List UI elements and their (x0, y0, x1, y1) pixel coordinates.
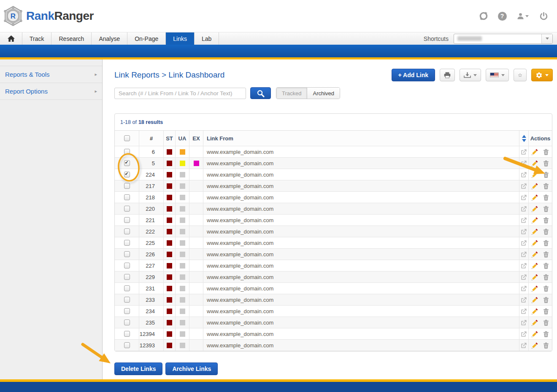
external-link-icon[interactable] (521, 343, 527, 348)
external-link-icon[interactable] (521, 206, 527, 212)
row-checkbox[interactable] (124, 263, 130, 268)
external-link-icon[interactable] (521, 161, 527, 166)
link-from-cell[interactable]: www.example_domain.com (203, 180, 519, 191)
delete-trash-icon[interactable] (543, 160, 549, 166)
row-checkbox[interactable] (124, 320, 130, 325)
help-icon[interactable]: ? (497, 11, 507, 21)
power-icon[interactable] (538, 11, 549, 21)
tab-analyse[interactable]: Analyse (92, 32, 127, 45)
external-link-icon[interactable] (521, 229, 527, 234)
row-checkbox[interactable] (124, 183, 130, 189)
row-checkbox[interactable] (124, 160, 130, 166)
external-link-icon[interactable] (521, 309, 527, 314)
row-checkbox[interactable] (124, 342, 130, 348)
row-checkbox[interactable] (124, 194, 130, 200)
row-checkbox[interactable] (124, 206, 130, 212)
edit-pencil-icon[interactable] (532, 320, 538, 326)
link-from-cell[interactable]: www.example_domain.com (203, 215, 519, 226)
external-link-icon[interactable] (521, 217, 527, 223)
row-checkbox[interactable] (124, 240, 130, 246)
link-from-cell[interactable]: www.example_domain.com (203, 237, 519, 248)
edit-pencil-icon[interactable] (532, 240, 538, 246)
user-menu-icon[interactable] (516, 11, 530, 21)
row-checkbox[interactable] (124, 274, 130, 280)
delete-trash-icon[interactable] (543, 297, 549, 303)
delete-trash-icon[interactable] (543, 342, 549, 349)
edit-pencil-icon[interactable] (532, 149, 538, 155)
external-link-icon[interactable] (521, 172, 527, 177)
shortcuts-select[interactable] (454, 34, 553, 44)
search-button[interactable] (250, 87, 271, 99)
external-link-icon[interactable] (521, 331, 527, 337)
row-checkbox[interactable] (124, 172, 130, 177)
edit-pencil-icon[interactable] (532, 342, 538, 349)
edit-pencil-icon[interactable] (532, 274, 538, 280)
external-link-icon[interactable] (521, 195, 527, 200)
external-link-icon[interactable] (521, 286, 527, 291)
settings-button[interactable] (531, 69, 553, 81)
favorite-button[interactable] (514, 69, 527, 81)
link-from-cell[interactable]: www.example_domain.com (203, 260, 519, 271)
tab-research[interactable]: Research (51, 32, 92, 45)
delete-trash-icon[interactable] (543, 263, 549, 269)
archived-filter-button[interactable]: Archived (307, 88, 340, 99)
print-button[interactable] (440, 69, 455, 81)
link-from-cell[interactable]: www.example_domain.com (203, 294, 519, 305)
external-link-icon[interactable] (521, 252, 527, 257)
tab-on-page[interactable]: On-Page (127, 32, 166, 45)
row-checkbox[interactable] (124, 285, 130, 291)
delete-trash-icon[interactable] (543, 285, 549, 292)
link-from-cell[interactable]: www.example_domain.com (203, 158, 519, 169)
delete-trash-icon[interactable] (543, 274, 549, 280)
edit-pencil-icon[interactable] (532, 228, 538, 235)
archive-links-button[interactable]: Archive Links (165, 362, 218, 375)
link-from-cell[interactable]: www.example_domain.com (203, 249, 519, 260)
row-checkbox[interactable] (124, 149, 130, 155)
link-from-cell[interactable]: www.example_domain.com (203, 146, 519, 157)
sort-down-icon[interactable] (522, 139, 526, 142)
col-header-st[interactable]: ST (164, 131, 176, 146)
col-header-ua[interactable]: UA (176, 131, 189, 146)
delete-trash-icon[interactable] (543, 183, 549, 189)
edit-pencil-icon[interactable] (532, 308, 538, 314)
delete-trash-icon[interactable] (543, 172, 549, 178)
row-checkbox[interactable] (124, 251, 130, 257)
external-link-icon[interactable] (521, 149, 527, 155)
col-header-link-from[interactable]: Link From (203, 131, 519, 146)
tab-links[interactable]: Links (166, 32, 195, 45)
tab-home[interactable] (0, 32, 22, 45)
link-from-cell[interactable]: www.example_domain.com (203, 169, 519, 180)
external-link-icon[interactable] (521, 263, 527, 268)
select-all-checkbox[interactable] (124, 135, 130, 141)
delete-trash-icon[interactable] (543, 149, 549, 155)
edit-pencil-icon[interactable] (532, 297, 538, 303)
sort-control[interactable] (522, 135, 526, 142)
link-from-cell[interactable]: www.example_domain.com (203, 340, 519, 351)
tab-track[interactable]: Track (22, 32, 51, 45)
tab-lab[interactable]: Lab (195, 32, 219, 45)
external-link-icon[interactable] (521, 183, 527, 189)
row-checkbox[interactable] (124, 228, 130, 234)
external-link-icon[interactable] (521, 297, 527, 303)
edit-pencil-icon[interactable] (532, 251, 538, 258)
link-from-cell[interactable]: www.example_domain.com (203, 192, 519, 203)
external-link-icon[interactable] (521, 240, 527, 246)
edit-pencil-icon[interactable] (532, 183, 538, 189)
delete-trash-icon[interactable] (543, 194, 549, 201)
edit-pencil-icon[interactable] (532, 194, 538, 201)
edit-pencil-icon[interactable] (532, 172, 538, 178)
row-checkbox[interactable] (124, 331, 130, 337)
edit-pencil-icon[interactable] (532, 263, 538, 269)
link-from-cell[interactable]: www.example_domain.com (203, 306, 519, 317)
delete-links-button[interactable]: Delete Links (114, 362, 162, 375)
link-from-cell[interactable]: www.example_domain.com (203, 226, 519, 237)
external-link-icon[interactable] (521, 274, 527, 280)
edit-pencil-icon[interactable] (532, 331, 538, 337)
delete-trash-icon[interactable] (543, 228, 549, 235)
delete-trash-icon[interactable] (543, 308, 549, 314)
edit-pencil-icon[interactable] (532, 206, 538, 212)
row-checkbox[interactable] (124, 297, 130, 303)
link-from-cell[interactable]: www.example_domain.com (203, 317, 519, 328)
delete-trash-icon[interactable] (543, 320, 549, 326)
delete-trash-icon[interactable] (543, 217, 549, 223)
